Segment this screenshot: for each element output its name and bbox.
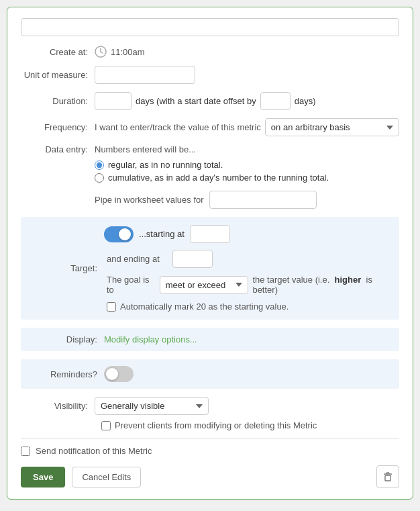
goal-row: The goal is to meet or exceed stay below… [104, 275, 390, 295]
ending-at-input[interactable]: 20 [172, 250, 213, 268]
radio-cumulative[interactable] [95, 173, 104, 183]
goal-desc-bold: higher [335, 275, 362, 285]
starting-at-label: ...starting at [139, 229, 185, 239]
save-button[interactable]: Save [21, 467, 65, 487]
frequency-label: Frequency: [21, 122, 95, 132]
auto-mark-row: Automatically mark 20 as the starting va… [104, 301, 390, 312]
auto-mark-checkbox[interactable] [107, 302, 116, 312]
visibility-content: Generally visible Private Coaches only [95, 397, 399, 415]
time-display: 11:00am [95, 46, 145, 58]
visibility-select[interactable]: Generally visible Private Coaches only [95, 397, 209, 415]
reminders-toggle[interactable] [104, 366, 134, 382]
notification-checkbox[interactable] [21, 447, 30, 456]
target-toggle[interactable] [104, 226, 134, 242]
metric-form: Minutes of Exercise Create at: 11:00am U… [7, 7, 413, 500]
display-label: Display: [30, 334, 104, 344]
svg-rect-3 [385, 475, 390, 481]
unit-of-measure-input[interactable]: minutes [95, 66, 195, 84]
auto-mark-text: Automatically mark 20 as the starting va… [120, 301, 288, 312]
notification-text: Send notification of this Metric [36, 446, 152, 456]
display-section: Display: Modify display options... [21, 328, 399, 351]
target-section: Target: ...starting at 20 and ending at … [21, 217, 399, 320]
radio-cumulative-row: cumulative, as in add a day's number to … [95, 173, 329, 183]
divider [21, 438, 399, 439]
frequency-description: I want to enter/track the value of this … [95, 122, 261, 132]
footer-left: Save Cancel Edits [21, 467, 141, 487]
delete-button[interactable] [376, 465, 399, 488]
prevent-checkbox[interactable] [101, 421, 111, 430]
radio-regular-label: regular, as in no running total. [108, 160, 223, 170]
target-top-row: ...starting at 20 [104, 225, 390, 243]
radio-regular-row: regular, as in no running total. [95, 160, 329, 170]
create-at-content: 11:00am [95, 46, 399, 58]
radio-cumulative-label: cumulative, as in add a day's number to … [108, 173, 329, 183]
unit-of-measure-content: minutes [95, 66, 399, 84]
goal-desc-text: the target value (i.e. [252, 275, 329, 285]
pipe-input[interactable]: exerciseMinutes [209, 191, 317, 209]
footer-row: Save Cancel Edits [21, 465, 399, 488]
time-value: 11:00am [111, 47, 145, 57]
data-entry-description: Numbers entered will be... [95, 144, 329, 154]
duration-row: Duration: 90 days (with a start date off… [21, 92, 399, 110]
reminders-toggle-thumb [106, 368, 118, 380]
reminders-label: Reminders? [30, 369, 104, 379]
visibility-row: Visibility: Generally visible Private Co… [21, 397, 399, 415]
unit-of-measure-row: Unit of measure: minutes [21, 66, 399, 84]
goal-description: the target value (i.e. higher is better) [252, 275, 390, 295]
create-at-row: Create at: 11:00am [21, 46, 399, 58]
data-entry-row: Data entry: Numbers entered will be... r… [21, 144, 399, 209]
trash-icon [382, 471, 394, 483]
reminders-section: Reminders? [21, 359, 399, 389]
target-content: ...starting at 20 and ending at 20 The g… [104, 225, 390, 312]
duration-text-between: days (with a start date offset by [136, 96, 256, 106]
ending-at-row: and ending at 20 [104, 250, 390, 268]
ending-at-label: and ending at [107, 254, 167, 264]
modify-display-link[interactable]: Modify display options... [104, 334, 197, 344]
target-label: Target: [30, 263, 104, 273]
goal-is-label: The goal is to [107, 275, 156, 295]
clock-icon [95, 46, 107, 58]
visibility-label: Visibility: [21, 401, 95, 411]
duration-days-input[interactable]: 90 [95, 92, 132, 110]
prevent-row: Prevent clients from modifying or deleti… [21, 420, 399, 430]
metric-title-input[interactable]: Minutes of Exercise [21, 18, 399, 36]
starting-at-input[interactable]: 20 [190, 225, 230, 243]
target-row: Target: ...starting at 20 and ending at … [30, 225, 390, 312]
duration-text-after: days) [295, 96, 316, 106]
notification-row: Send notification of this Metric [21, 446, 399, 456]
frequency-select[interactable]: on an arbitrary basis daily weekly month… [265, 118, 399, 136]
goal-select[interactable]: meet or exceed stay below reach exactly [160, 276, 249, 294]
data-entry-content: Numbers entered will be... regular, as i… [95, 144, 329, 209]
create-at-label: Create at: [21, 47, 95, 57]
frequency-content: I want to enter/track the value of this … [95, 118, 399, 136]
radio-regular[interactable] [95, 160, 104, 170]
pipe-label: Pipe in worksheet values for [95, 195, 204, 205]
svg-line-2 [101, 52, 103, 53]
duration-label: Duration: [21, 96, 95, 106]
prevent-text: Prevent clients from modifying or deleti… [115, 420, 317, 430]
duration-offset-input[interactable]: 0 [260, 92, 291, 110]
unit-of-measure-label: Unit of measure: [21, 70, 95, 80]
frequency-row: Frequency: I want to enter/track the val… [21, 118, 399, 136]
pipe-row: Pipe in worksheet values for exerciseMin… [95, 191, 329, 209]
duration-content: 90 days (with a start date offset by 0 d… [95, 92, 399, 110]
cancel-button[interactable]: Cancel Edits [72, 467, 141, 487]
data-entry-label: Data entry: [21, 144, 95, 154]
toggle-thumb [119, 228, 131, 240]
